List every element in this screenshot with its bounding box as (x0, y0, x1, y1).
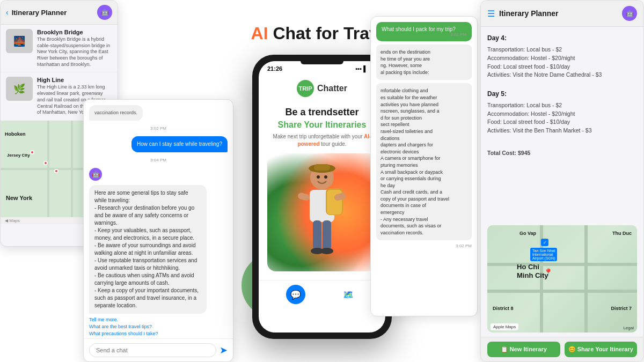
right-panel-avatar: 🤖 (622, 6, 637, 21)
svg-rect-8 (313, 220, 321, 250)
bot-safety-msg: Here are some general tips to stay safe … (89, 185, 207, 314)
map-nav-btn[interactable]: 🗺️ (339, 285, 358, 304)
day4-accommodation: Accommodation: Hostel - $20/night (487, 54, 637, 63)
day4-food: Food: Local street food - $10/day (487, 63, 637, 71)
svg-rect-9 (323, 220, 331, 250)
left-panel-title: Itinerary Planner (12, 9, 67, 17)
back-icon[interactable]: ‹ (6, 8, 9, 17)
right-panel-header: ☰ Itinerary Planner 🤖 (481, 1, 643, 27)
right-panel-body: Day 4: Transportation: Local bus - $2 Ac… (481, 27, 643, 225)
day5-food: Food: Local street food - $10/day (487, 118, 637, 127)
right-panel-title: Itinerary Planner (499, 9, 559, 18)
brooklyn-bridge-title: Brooklyn Bridge (37, 29, 112, 35)
ai-powered-label: AI-powered (297, 134, 371, 147)
previous-bot-msg: vaccination records. (89, 105, 143, 121)
new-itinerary-button[interactable]: 📋 New Itinerary (487, 342, 560, 357)
day4-label: Day 4: (487, 33, 637, 43)
high-line-image (6, 77, 33, 101)
right-bot-msg-1: ends on the destination he time of year … (376, 45, 472, 80)
district7-label: District 7 (611, 306, 632, 311)
right-panel-footer: 📋 New Itinerary 😊 Share Your Itinerary (481, 337, 643, 361)
right-header-time: 3:02 PM (382, 32, 466, 37)
phone-nav: 💬 🗺️ (259, 280, 385, 308)
day5-label: Day 5: (487, 89, 637, 99)
phone-subtitle: Make next trip unforgettable with your A… (267, 133, 377, 148)
user-avatar: 🤖 (97, 5, 112, 20)
apple-maps-badge: Apple Maps (491, 323, 518, 330)
brooklyn-bridge-text: Brooklyn Bridge The Brooklyn Bridge is a… (37, 29, 112, 68)
trip-logo-text: Chatter (317, 84, 347, 93)
ai-label: AI (251, 24, 268, 43)
legal-label: Legal (623, 326, 634, 330)
left-panel-header: ‹ Itinerary Planner 🤖 (1, 1, 118, 25)
day4-activities: Activities: Visit the Notre Dame Cathedr… (487, 71, 637, 79)
phone-tagline-2: Share Your Itineraries (267, 120, 377, 130)
svg-rect-2 (314, 164, 330, 171)
jersey-city-label: Jersey City (7, 153, 30, 158)
right-bot-msg-2: mfortable clothing and es suitable for t… (376, 83, 472, 240)
map-pin-3 (54, 169, 58, 173)
brooklyn-bridge-image (6, 29, 33, 53)
trip-logo: TRIP Chatter (297, 80, 347, 97)
right-chat-header-msg: What should I pack for my trip? 3:02 PM (376, 22, 472, 41)
new-york-label: New York (6, 195, 32, 201)
phone-tagline-1: Be a trendsetter (267, 107, 377, 119)
total-cost: Total Cost: $945 (487, 149, 637, 158)
right-header-text: What should I pack for my trip? (382, 26, 456, 32)
day5-activities: Activities: Visit the Ben Thanh Market -… (487, 127, 637, 135)
bot-avatar: 🤖 (89, 168, 102, 181)
go-vap-label: Go Vap (519, 231, 536, 236)
brooklyn-bridge-item[interactable]: Brooklyn Bridge The Brooklyn Bridge is a… (1, 25, 118, 72)
trip-logo-icon: TRIP (297, 80, 314, 97)
phone-hero-image (267, 153, 377, 271)
airport-label: Tan Son NhatInternationalAirport (SGN) (530, 248, 557, 261)
phone-notch (301, 61, 343, 64)
day4-transport: Transportation: Local bus - $2 (487, 46, 637, 54)
brooklyn-bridge-desc: The Brooklyn Bridge is a hybrid cable-st… (37, 36, 112, 68)
day5-accommodation: Accommodation: Hostel - $20/night (487, 110, 637, 119)
map-pin-1 (30, 150, 34, 154)
hcmc-pin: 📍 (544, 268, 553, 277)
share-itinerary-button[interactable]: 😊 Share Your Itinerary (565, 342, 638, 357)
district8-label: District 8 (493, 306, 514, 311)
phone-screen: 21:26 ▪▪▪ ▌ 🔋 TRIP Chatter Be a trendset… (259, 61, 385, 333)
trip-badge-text: TRIP (298, 85, 312, 92)
phone-time: 21:26 (267, 65, 282, 72)
hoboken-label: Hoboken (5, 131, 26, 137)
right-msg-time: 3:02 PM (376, 243, 472, 248)
chatter-text: Chatter (317, 84, 347, 93)
svg-point-12 (317, 175, 320, 179)
map-pin-2 (43, 161, 48, 165)
svg-rect-6 (297, 192, 310, 201)
svg-point-13 (324, 175, 327, 179)
chat-nav-btn[interactable]: 💬 (286, 285, 305, 304)
right-back-icon[interactable]: ☰ (487, 9, 495, 19)
right-chat-panel: What should I pack for my trip? 3:02 PM … (370, 16, 478, 316)
high-line-title: High Line (37, 77, 112, 83)
phone-content: TRIP Chatter Be a trendsetter Share Your… (259, 75, 385, 280)
map-background: Go Vap Ho ChiMinh City Thu Duc District … (487, 225, 637, 333)
day5-transport: Transportation: Local bus - $2 (487, 101, 637, 110)
traveler-svg (287, 159, 357, 271)
ho-chi-minh-map: Go Vap Ho ChiMinh City Thu Duc District … (487, 225, 637, 333)
airport-marker: ✓ (541, 239, 548, 246)
svg-point-11 (320, 248, 333, 254)
thu-duc-label: Thu Duc (612, 231, 632, 236)
right-itinerary-panel: ☰ Itinerary Planner 🤖 Day 4: Transportat… (480, 0, 644, 362)
